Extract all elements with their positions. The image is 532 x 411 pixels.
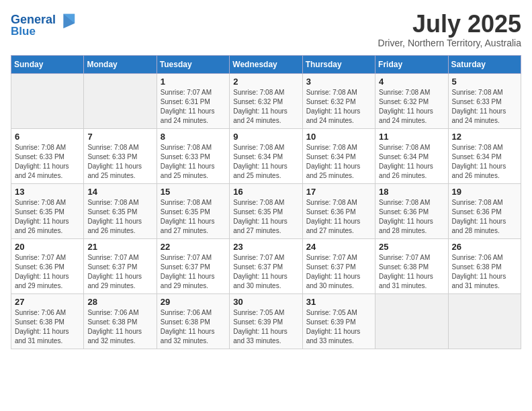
- calendar-cell: 23Sunrise: 7:07 AMSunset: 6:37 PMDayligh…: [230, 238, 302, 293]
- title-block: July 2025 Driver, Northern Territory, Au…: [378, 11, 521, 48]
- calendar-week-row: 13Sunrise: 7:08 AMSunset: 6:35 PMDayligh…: [11, 183, 521, 238]
- calendar-cell: [11, 73, 84, 128]
- day-info: Sunrise: 7:08 AMSunset: 6:33 PMDaylight:…: [15, 143, 81, 181]
- day-info: Sunrise: 7:07 AMSunset: 6:31 PMDaylight:…: [161, 88, 226, 126]
- day-info: Sunrise: 7:05 AMSunset: 6:39 PMDaylight:…: [306, 308, 372, 346]
- day-number: 1: [161, 77, 226, 87]
- day-info: Sunrise: 7:07 AMSunset: 6:36 PMDaylight:…: [15, 253, 81, 291]
- weekday-header: Saturday: [448, 55, 521, 73]
- page-header: General Blue July 2025 Driver, Northern …: [11, 11, 521, 48]
- day-number: 15: [161, 187, 226, 197]
- day-info: Sunrise: 7:08 AMSunset: 6:34 PMDaylight:…: [452, 143, 518, 181]
- day-info: Sunrise: 7:08 AMSunset: 6:32 PMDaylight:…: [306, 88, 372, 126]
- day-info: Sunrise: 7:08 AMSunset: 6:34 PMDaylight:…: [306, 143, 372, 181]
- calendar-header-row: SundayMondayTuesdayWednesdayThursdayFrid…: [11, 55, 521, 73]
- day-number: 17: [306, 187, 372, 197]
- calendar-cell: 27Sunrise: 7:06 AMSunset: 6:38 PMDayligh…: [11, 293, 84, 349]
- calendar-cell: [375, 293, 448, 349]
- day-info: Sunrise: 7:08 AMSunset: 6:36 PMDaylight:…: [379, 198, 445, 236]
- calendar-cell: 14Sunrise: 7:08 AMSunset: 6:35 PMDayligh…: [84, 183, 157, 238]
- day-info: Sunrise: 7:08 AMSunset: 6:35 PMDaylight:…: [87, 198, 153, 236]
- calendar-cell: 20Sunrise: 7:07 AMSunset: 6:36 PMDayligh…: [11, 238, 84, 293]
- day-number: 2: [233, 77, 299, 87]
- calendar-cell: 12Sunrise: 7:08 AMSunset: 6:34 PMDayligh…: [448, 128, 521, 183]
- day-number: 11: [379, 132, 445, 142]
- weekday-header: Sunday: [11, 55, 84, 73]
- day-info: Sunrise: 7:08 AMSunset: 6:32 PMDaylight:…: [233, 88, 299, 126]
- location-title: Driver, Northern Territory, Australia: [378, 38, 521, 48]
- day-number: 20: [15, 242, 81, 252]
- day-info: Sunrise: 7:08 AMSunset: 6:33 PMDaylight:…: [87, 143, 153, 181]
- day-number: 7: [87, 132, 153, 142]
- calendar-cell: 24Sunrise: 7:07 AMSunset: 6:37 PMDayligh…: [302, 238, 375, 293]
- calendar-cell: 25Sunrise: 7:07 AMSunset: 6:38 PMDayligh…: [375, 238, 448, 293]
- weekday-header: Friday: [375, 55, 448, 73]
- day-info: Sunrise: 7:06 AMSunset: 6:38 PMDaylight:…: [161, 308, 226, 346]
- day-info: Sunrise: 7:05 AMSunset: 6:39 PMDaylight:…: [233, 308, 299, 346]
- day-number: 21: [87, 242, 153, 252]
- day-number: 29: [161, 297, 226, 307]
- calendar-cell: 6Sunrise: 7:08 AMSunset: 6:33 PMDaylight…: [11, 128, 84, 183]
- day-number: 3: [306, 77, 372, 87]
- day-info: Sunrise: 7:06 AMSunset: 6:38 PMDaylight:…: [452, 253, 518, 291]
- day-info: Sunrise: 7:08 AMSunset: 6:35 PMDaylight:…: [233, 198, 299, 236]
- day-number: 30: [233, 297, 299, 307]
- calendar-cell: 26Sunrise: 7:06 AMSunset: 6:38 PMDayligh…: [448, 238, 521, 293]
- day-info: Sunrise: 7:08 AMSunset: 6:34 PMDaylight:…: [233, 143, 299, 181]
- calendar-cell: 30Sunrise: 7:05 AMSunset: 6:39 PMDayligh…: [230, 293, 302, 349]
- calendar-cell: 21Sunrise: 7:07 AMSunset: 6:37 PMDayligh…: [84, 238, 157, 293]
- day-number: 14: [87, 187, 153, 197]
- day-info: Sunrise: 7:08 AMSunset: 6:35 PMDaylight:…: [161, 198, 226, 236]
- calendar-week-row: 27Sunrise: 7:06 AMSunset: 6:38 PMDayligh…: [11, 293, 521, 349]
- day-number: 9: [233, 132, 299, 142]
- calendar-week-row: 1Sunrise: 7:07 AMSunset: 6:31 PMDaylight…: [11, 73, 521, 128]
- calendar-cell: 18Sunrise: 7:08 AMSunset: 6:36 PMDayligh…: [375, 183, 448, 238]
- calendar-cell: 16Sunrise: 7:08 AMSunset: 6:35 PMDayligh…: [230, 183, 302, 238]
- calendar-cell: 29Sunrise: 7:06 AMSunset: 6:38 PMDayligh…: [157, 293, 229, 349]
- weekday-header: Thursday: [302, 55, 375, 73]
- day-info: Sunrise: 7:07 AMSunset: 6:37 PMDaylight:…: [161, 253, 226, 291]
- day-number: 22: [161, 242, 226, 252]
- day-info: Sunrise: 7:07 AMSunset: 6:37 PMDaylight:…: [233, 253, 299, 291]
- weekday-header: Tuesday: [157, 55, 229, 73]
- day-number: 24: [306, 242, 372, 252]
- weekday-header: Monday: [84, 55, 157, 73]
- day-info: Sunrise: 7:08 AMSunset: 6:32 PMDaylight:…: [379, 88, 445, 126]
- day-number: 12: [452, 132, 518, 142]
- day-info: Sunrise: 7:07 AMSunset: 6:37 PMDaylight:…: [87, 253, 153, 291]
- day-number: 31: [306, 297, 372, 307]
- calendar-cell: 5Sunrise: 7:08 AMSunset: 6:33 PMDaylight…: [448, 73, 521, 128]
- day-number: 18: [379, 187, 445, 197]
- calendar-cell: 31Sunrise: 7:05 AMSunset: 6:39 PMDayligh…: [302, 293, 375, 349]
- day-info: Sunrise: 7:07 AMSunset: 6:37 PMDaylight:…: [306, 253, 372, 291]
- day-number: 10: [306, 132, 372, 142]
- day-number: 16: [233, 187, 299, 197]
- calendar-cell: 8Sunrise: 7:08 AMSunset: 6:33 PMDaylight…: [157, 128, 229, 183]
- day-number: 4: [379, 77, 445, 87]
- calendar-cell: 19Sunrise: 7:08 AMSunset: 6:36 PMDayligh…: [448, 183, 521, 238]
- day-info: Sunrise: 7:08 AMSunset: 6:36 PMDaylight:…: [452, 198, 518, 236]
- calendar-cell: 10Sunrise: 7:08 AMSunset: 6:34 PMDayligh…: [302, 128, 375, 183]
- calendar-cell: 4Sunrise: 7:08 AMSunset: 6:32 PMDaylight…: [375, 73, 448, 128]
- calendar-week-row: 20Sunrise: 7:07 AMSunset: 6:36 PMDayligh…: [11, 238, 521, 293]
- day-number: 13: [15, 187, 81, 197]
- day-number: 26: [452, 242, 518, 252]
- logo: General Blue: [11, 11, 76, 38]
- day-number: 27: [15, 297, 81, 307]
- day-number: 23: [233, 242, 299, 252]
- day-info: Sunrise: 7:07 AMSunset: 6:38 PMDaylight:…: [379, 253, 445, 291]
- calendar-cell: 17Sunrise: 7:08 AMSunset: 6:36 PMDayligh…: [302, 183, 375, 238]
- calendar-cell: 7Sunrise: 7:08 AMSunset: 6:33 PMDaylight…: [84, 128, 157, 183]
- day-info: Sunrise: 7:08 AMSunset: 6:34 PMDaylight:…: [379, 143, 445, 181]
- day-info: Sunrise: 7:06 AMSunset: 6:38 PMDaylight:…: [15, 308, 81, 346]
- calendar-cell: 1Sunrise: 7:07 AMSunset: 6:31 PMDaylight…: [157, 73, 229, 128]
- calendar-table: SundayMondayTuesdayWednesdayThursdayFrid…: [11, 55, 521, 349]
- calendar-cell: [448, 293, 521, 349]
- calendar-cell: 15Sunrise: 7:08 AMSunset: 6:35 PMDayligh…: [157, 183, 229, 238]
- day-number: 8: [161, 132, 226, 142]
- day-number: 28: [87, 297, 153, 307]
- day-info: Sunrise: 7:06 AMSunset: 6:38 PMDaylight:…: [87, 308, 153, 346]
- day-info: Sunrise: 7:08 AMSunset: 6:35 PMDaylight:…: [15, 198, 81, 236]
- weekday-header: Wednesday: [230, 55, 302, 73]
- calendar-cell: 22Sunrise: 7:07 AMSunset: 6:37 PMDayligh…: [157, 238, 229, 293]
